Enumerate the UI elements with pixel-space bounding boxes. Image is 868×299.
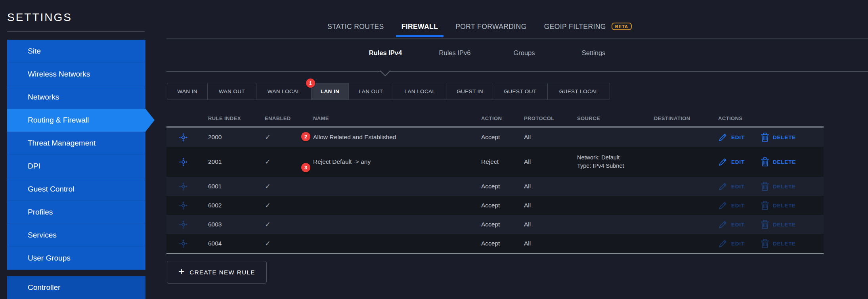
col-actions: ACTIONS	[711, 115, 824, 121]
edit-label: EDIT	[731, 184, 745, 190]
tab-port-forwarding[interactable]: PORT FORWARDING	[455, 23, 526, 31]
tabs-divider	[166, 38, 868, 39]
beta-badge: BETA	[612, 23, 632, 30]
edit-label: EDIT	[731, 222, 745, 228]
col-protocol: PROTOCOL	[523, 115, 575, 121]
filter-guest-out[interactable]: GUEST OUT	[493, 83, 548, 100]
delete-button[interactable]: DELETE	[761, 220, 796, 229]
edit-button[interactable]: EDIT	[718, 182, 745, 191]
tab-static-routes[interactable]: STATIC ROUTES	[327, 23, 384, 31]
sidebar-item-user-groups[interactable]: User Groups	[7, 247, 145, 270]
tab-geoip-filtering[interactable]: GEOIP FILTERING BETA	[544, 23, 632, 31]
edit-button[interactable]: EDIT	[718, 157, 745, 167]
delete-button[interactable]: DELETE	[761, 182, 796, 191]
enabled-check-icon: ✓	[265, 240, 271, 247]
annotation-badge-2: 2	[301, 132, 310, 141]
trash-icon	[761, 157, 769, 167]
pencil-icon	[718, 157, 728, 167]
filter-lan-out[interactable]: LAN OUT	[349, 83, 393, 100]
sidebar-item-site[interactable]: Site	[7, 40, 145, 63]
enabled-check-icon: ✓	[265, 133, 271, 141]
delete-label: DELETE	[773, 134, 796, 140]
sub-tab-bar: Rules IPv4 Rules IPv6 Groups Settings	[351, 49, 628, 57]
pencil-icon	[718, 220, 728, 229]
plus-icon: +	[178, 265, 184, 278]
sidebar-item-networks[interactable]: Networks	[7, 86, 145, 109]
rule-index: 2001	[200, 158, 256, 165]
edit-button[interactable]: EDIT	[718, 132, 745, 142]
settings-page: SETTINGS Site Wireless Networks Networks…	[0, 0, 868, 299]
filter-lan-in[interactable]: LAN IN 1	[312, 83, 349, 100]
delete-label: DELETE	[773, 222, 796, 228]
rule-action: Accept	[480, 134, 523, 141]
rule-index: 6001	[200, 183, 256, 190]
create-new-rule-label: CREATE NEW RULE	[189, 269, 255, 276]
filter-guest-in[interactable]: GUEST IN	[447, 83, 493, 100]
edit-label: EDIT	[731, 203, 745, 209]
filter-wan-in[interactable]: WAN IN	[167, 83, 208, 100]
filter-wan-out[interactable]: WAN OUT	[208, 83, 256, 100]
rule-action: Accept	[480, 221, 523, 228]
filter-guest-local[interactable]: GUEST LOCAL	[548, 83, 610, 100]
drag-move-icon[interactable]	[179, 201, 188, 210]
table-row: 2001 ✓ 3 Reject Default -> any Reject Al…	[166, 147, 824, 177]
sidebar-item-threat-management[interactable]: Threat Management	[7, 132, 145, 155]
rule-protocol: All	[523, 158, 575, 165]
drag-move-icon[interactable]	[179, 239, 188, 248]
col-rule-index: RULE INDEX	[200, 115, 256, 121]
sidebar-item-dpi[interactable]: DPI	[7, 155, 145, 178]
table-row: 2000 ✓ 2 Allow Related and Established A…	[166, 128, 824, 147]
delete-label: DELETE	[773, 241, 796, 247]
sidebar-item-profiles[interactable]: Profiles	[7, 201, 145, 224]
sidebar: Site Wireless Networks Networks Routing …	[7, 40, 145, 299]
filter-wan-local[interactable]: WAN LOCAL	[256, 83, 312, 100]
pencil-icon	[718, 182, 728, 191]
rule-name-cell: 2 Allow Related and Established	[305, 134, 480, 141]
drag-move-icon[interactable]	[179, 157, 188, 167]
edit-button[interactable]: EDIT	[718, 239, 745, 248]
rule-action: Accept	[480, 202, 523, 209]
col-destination: DESTINATION	[652, 115, 711, 121]
subtab-settings[interactable]: Settings	[559, 49, 628, 57]
drag-move-icon[interactable]	[179, 133, 188, 142]
page-title: SETTINGS	[7, 11, 72, 24]
sidebar-item-controller[interactable]: Controller	[7, 276, 145, 299]
subtab-groups[interactable]: Groups	[489, 49, 559, 57]
enabled-check-icon: ✓	[265, 201, 271, 209]
trash-icon	[761, 132, 769, 142]
sidebar-item-wireless-networks[interactable]: Wireless Networks	[7, 63, 145, 86]
source-type: Type: IPv4 Subnet	[577, 162, 652, 170]
delete-button[interactable]: DELETE	[761, 201, 796, 210]
tab-firewall[interactable]: FIREWALL	[401, 23, 438, 31]
rule-protocol: All	[523, 202, 575, 209]
rule-index: 6003	[200, 221, 256, 228]
drag-move-icon[interactable]	[179, 220, 188, 229]
col-source: SOURCE	[575, 115, 652, 121]
subtabs-divider	[166, 71, 868, 72]
enabled-check-icon: ✓	[265, 220, 271, 228]
sidebar-item-guest-control[interactable]: Guest Control	[7, 178, 145, 201]
subtab-rules-ipv6[interactable]: Rules IPv6	[420, 49, 489, 57]
delete-button[interactable]: DELETE	[761, 132, 796, 142]
rule-name: Reject Default -> any	[313, 158, 371, 165]
rule-action: Reject	[480, 158, 523, 165]
delete-button[interactable]: DELETE	[761, 239, 796, 248]
rule-protocol: All	[523, 240, 575, 247]
sidebar-item-routing-firewall[interactable]: Routing & Firewall	[7, 109, 145, 132]
enabled-check-icon: ✓	[265, 182, 271, 190]
subtab-rules-ipv4[interactable]: Rules IPv4	[351, 49, 420, 57]
sidebar-item-services[interactable]: Services	[7, 224, 145, 247]
delete-button[interactable]: DELETE	[761, 157, 796, 167]
sidebar-divider	[7, 31, 145, 32]
annotation-badge-3: 3	[301, 163, 310, 172]
annotation-badge-1: 1	[306, 79, 315, 88]
create-new-rule-button[interactable]: + CREATE NEW RULE	[167, 261, 267, 284]
edit-button[interactable]: EDIT	[718, 201, 745, 210]
filter-lan-local[interactable]: LAN LOCAL	[393, 83, 447, 100]
firewall-rules-table: 2000 ✓ 2 Allow Related and Established A…	[166, 128, 824, 254]
drag-move-icon[interactable]	[179, 182, 188, 191]
tab-geoip-label: GEOIP FILTERING	[544, 23, 606, 31]
col-enabled: ENABLED	[256, 115, 305, 121]
edit-label: EDIT	[731, 159, 745, 165]
edit-button[interactable]: EDIT	[718, 220, 745, 229]
